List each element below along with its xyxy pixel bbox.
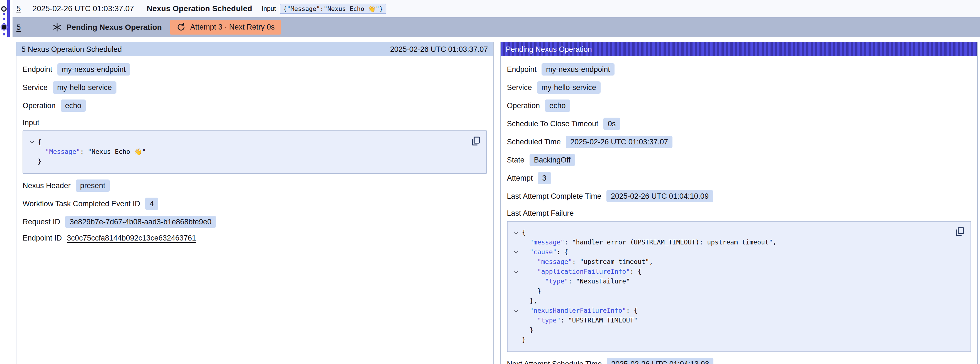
event-row-scheduled[interactable]: 5 2025-02-26 UTC 01:03:37.07 Nexus Opera… (13, 0, 980, 17)
field-label: Endpoint (507, 65, 537, 74)
field-request-id: Request ID 3e829b7e-7d67-4b08-aad3-b1e86… (22, 216, 487, 228)
event-detail-panel-scheduled: 5 Nexus Operation Scheduled 2025-02-26 U… (16, 42, 494, 364)
field-last-attempt-complete-time: Last Attempt Complete Time 2025-02-26 UT… (507, 190, 971, 202)
field-operation: Operation echo (507, 99, 971, 112)
chevron-spacer (26, 147, 38, 150)
code-line-text: { (522, 228, 526, 238)
failure-section-label: Last Attempt Failure (507, 209, 971, 218)
field-label: Next Attempt Schedule Time (507, 360, 602, 364)
field-label: Attempt (507, 174, 533, 182)
field-schedule-to-close-timeout: Schedule To Close Timeout 0s (507, 118, 971, 130)
event-id-link[interactable]: 5 (16, 4, 21, 13)
code-line-text: "type": "UPSTREAM_TIMEOUT" (522, 316, 638, 325)
field-value-badge: 0s (603, 118, 620, 130)
pending-operation-panel: Pending Nexus Operation Endpoint my-nexu… (500, 42, 978, 364)
code-line-text: } (522, 286, 541, 296)
field-label: Request ID (22, 218, 60, 226)
chevron-spacer (510, 335, 522, 338)
chevron-spacer (510, 238, 522, 241)
field-label: Nexus Header (22, 182, 71, 190)
chevron-spacer (510, 296, 522, 300)
field-endpoint-id: Endpoint ID 3c0c75ccfa8144b092c13ce63246… (22, 234, 487, 243)
input-section-label: Input (22, 118, 487, 127)
chevron-down-icon[interactable] (26, 137, 38, 144)
field-wft-completed-event-id: Workflow Task Completed Event ID 4 (22, 198, 487, 210)
field-label: Service (507, 83, 532, 92)
chevron-down-icon[interactable] (510, 247, 522, 254)
event-timestamp: 2025-02-26 UTC 01:03:37.07 (33, 4, 134, 13)
field-value-badge: echo (61, 99, 86, 112)
field-value-badge: present (76, 179, 110, 192)
field-value-badge: 2025-02-26 UTC 01:03:37.07 (566, 136, 673, 148)
timeline-current-dot-icon (2, 25, 6, 30)
pending-operation-title: Pending Nexus Operation (67, 23, 162, 32)
chevron-down-icon[interactable] (510, 306, 522, 313)
field-nexus-header: Nexus Header present (22, 179, 487, 192)
code-line-text: { (38, 137, 41, 147)
panel-header-pending: Pending Nexus Operation (501, 42, 977, 56)
field-label: Scheduled Time (507, 138, 561, 146)
field-attempt: Attempt 3 (507, 172, 971, 184)
field-value-badge: 2025-02-26 UTC 01:04:13.93 (607, 358, 713, 364)
code-line-text: "message": "upstream timeout", (522, 257, 653, 267)
chevron-spacer (510, 325, 522, 329)
event-row-pending[interactable]: 5 Pending Nexus Operation Attempt 3 · Ne… (13, 17, 980, 37)
code-line-text: "nexusHandlerFailureInfo": { (522, 306, 638, 316)
timeline-open-circle-icon (1, 6, 7, 12)
field-service: Service my-hello-service (22, 81, 487, 94)
field-value-badge: 2025-02-26 UTC 01:04:10.09 (606, 190, 713, 202)
code-line-text: } (522, 325, 534, 335)
field-label: Endpoint ID (22, 234, 62, 243)
field-value-badge: my-hello-service (537, 81, 601, 94)
field-scheduled-time: Scheduled Time 2025-02-26 UTC 01:03:37.0… (507, 136, 971, 148)
selected-event-bar (7, 0, 10, 37)
code-line-text: } (38, 156, 41, 166)
field-endpoint: Endpoint my-nexus-endpoint (22, 63, 487, 75)
input-preview-chip: {"Message":"Nexus Echo 👋"} (280, 4, 387, 14)
field-label: Endpoint (22, 65, 52, 74)
chevron-down-icon[interactable] (510, 267, 522, 273)
field-value-badge: BackingOff (530, 154, 575, 166)
field-value-badge: my-hello-service (52, 81, 116, 94)
code-line-text: "type": "NexusFailure" (522, 276, 630, 286)
field-value-badge: 4 (145, 198, 158, 210)
chevron-spacer (510, 257, 522, 260)
chevron-spacer (510, 316, 522, 319)
input-json-block: { "Message": "Nexus Echo 👋"} (22, 131, 487, 174)
field-service: Service my-hello-service (507, 81, 971, 94)
field-label: Service (22, 83, 48, 92)
chevron-down-icon[interactable] (510, 228, 522, 235)
chevron-spacer (510, 276, 522, 280)
copy-icon[interactable] (955, 226, 966, 237)
asterisk-icon (52, 22, 62, 32)
field-label: Operation (507, 101, 540, 110)
panel-timestamp: 2025-02-26 UTC 01:03:37.07 (390, 45, 488, 54)
field-value-badge: my-nexus-endpoint (541, 63, 614, 75)
code-line-text: } (522, 335, 526, 345)
field-value-badge: echo (545, 99, 570, 112)
field-value-badge: 3 (538, 172, 551, 184)
field-value-badge: my-nexus-endpoint (57, 63, 130, 75)
event-id-link[interactable]: 5 (16, 23, 21, 32)
field-endpoint: Endpoint my-nexus-endpoint (507, 63, 971, 75)
code-line-text: "cause": { (522, 247, 568, 257)
field-label: Workflow Task Completed Event ID (22, 200, 140, 208)
copy-icon[interactable] (470, 136, 481, 147)
field-state: State BackingOff (507, 154, 971, 166)
panel-title: Pending Nexus Operation (506, 45, 592, 54)
field-label: Operation (22, 101, 56, 110)
code-line-text: "applicationFailureInfo": { (522, 267, 641, 276)
chevron-spacer (26, 156, 38, 160)
field-next-attempt-schedule-time: Next Attempt Schedule Time 2025-02-26 UT… (507, 358, 971, 364)
panel-title: 5 Nexus Operation Scheduled (21, 45, 122, 54)
chevron-spacer (510, 286, 522, 290)
retry-attempt-text: Attempt 3 · Next Retry 0s (190, 23, 275, 32)
field-label: Schedule To Close Timeout (507, 120, 598, 128)
retry-attempt-badge: Attempt 3 · Next Retry 0s (170, 20, 281, 35)
timeline-gutter (0, 0, 13, 37)
failure-json-block: { "message": "handler error (UPSTREAM_TI… (507, 221, 971, 352)
field-value-badge: 3e829b7e-7d67-4b08-aad3-b1e868bfe9e0 (65, 216, 216, 228)
input-label: Input (262, 5, 276, 13)
endpoint-id-link[interactable]: 3c0c75ccfa8144b092c13ce632463761 (67, 234, 196, 243)
panel-header-scheduled: 5 Nexus Operation Scheduled 2025-02-26 U… (16, 42, 493, 56)
